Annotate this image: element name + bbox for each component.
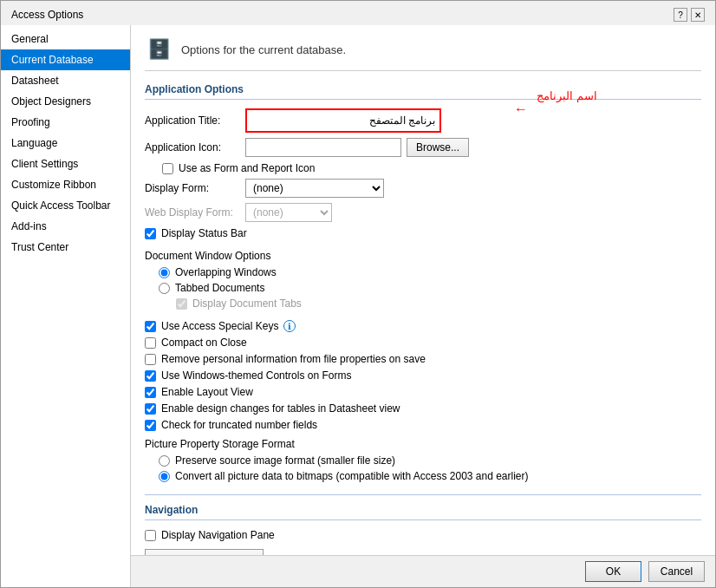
app-icon-row: Application Icon: Browse... <box>145 138 701 157</box>
help-button[interactable]: ? <box>674 8 687 22</box>
access-options-dialog: Access Options ? ✕ General Current Datab… <box>0 0 716 588</box>
use-access-special-keys-label: Use Access Special Keys <box>161 320 278 332</box>
use-access-special-keys-row: Use Access Special Keys ℹ <box>145 320 701 332</box>
web-display-form-label: Web Display Form: <box>145 206 240 219</box>
app-icon-label: Application Icon: <box>145 141 240 154</box>
compact-on-close-checkbox[interactable] <box>145 337 156 349</box>
display-status-bar-row: Display Status Bar <box>145 227 701 239</box>
sidebar-item-customize-ribbon[interactable]: Customize Ribbon <box>1 174 130 195</box>
app-title-row: اسم البرنامج ← Application Title: <box>145 108 701 133</box>
preserve-image-row: Preserve source image format (smaller fi… <box>159 454 701 467</box>
overlapping-windows-radio[interactable] <box>159 267 170 278</box>
overlapping-windows-label: Overlapping Windows <box>175 266 277 278</box>
use-as-form-icon-label: Use as Form and Report Icon <box>179 162 315 174</box>
preserve-image-radio[interactable] <box>159 455 170 467</box>
display-form-label: Display Form: <box>145 182 240 194</box>
document-window-options-label: Document Window Options <box>145 250 701 262</box>
display-document-tabs-checkbox[interactable] <box>176 298 187 310</box>
use-as-form-icon-row: Use as Form and Report Icon <box>162 162 701 174</box>
bottom-bar: OK Cancel <box>131 555 715 587</box>
enable-layout-view-checkbox[interactable] <box>145 387 156 398</box>
preserve-image-label: Preserve source image format (smaller fi… <box>175 454 395 467</box>
annotation-arrow: ← <box>514 101 528 117</box>
sidebar: General Current Database Datasheet Objec… <box>1 25 131 587</box>
ok-button[interactable]: OK <box>585 561 641 582</box>
check-truncated-label: Check for truncated number fields <box>161 419 317 431</box>
enable-design-changes-row: Enable design changes for tables in Data… <box>145 402 701 415</box>
dialog-title: Access Options <box>11 9 83 21</box>
convert-bitmaps-radio[interactable] <box>159 471 170 482</box>
sidebar-item-language[interactable]: Language <box>1 133 130 154</box>
check-truncated-checkbox[interactable] <box>145 420 156 431</box>
enable-design-changes-label: Enable design changes for tables in Data… <box>161 402 400 415</box>
display-status-bar-label: Display Status Bar <box>161 227 247 239</box>
database-icon: 🗄️ <box>145 36 172 63</box>
sidebar-item-client-settings[interactable]: Client Settings <box>1 154 130 174</box>
document-window-options-section: Document Window Options Overlapping Wind… <box>145 250 701 310</box>
convert-bitmaps-row: Convert all picture data to bitmaps (com… <box>159 470 701 482</box>
application-options-title: Application Options <box>145 83 701 100</box>
remove-personal-info-label: Remove personal information from file pr… <box>161 353 426 365</box>
picture-property-section: Picture Property Storage Format Preserve… <box>145 438 701 482</box>
display-document-tabs-row: Display Document Tabs <box>176 297 701 310</box>
picture-property-label: Picture Property Storage Format <box>145 438 701 450</box>
navigation-options-button[interactable]: Navigation Options... <box>145 549 264 555</box>
application-options-section: Application Options اسم البرنامج ← Appli… <box>145 83 701 239</box>
app-title-input[interactable] <box>248 111 439 130</box>
navigation-section-title: Navigation <box>145 504 701 520</box>
display-nav-pane-row: Display Navigation Pane <box>145 529 701 541</box>
sidebar-item-datasheet[interactable]: Datasheet <box>1 70 130 91</box>
browse-button[interactable]: Browse... <box>407 138 469 157</box>
check-truncated-row: Check for truncated number fields <box>145 419 701 431</box>
display-form-select[interactable]: (none) <box>245 179 384 198</box>
cancel-button[interactable]: Cancel <box>648 561 705 582</box>
use-access-special-keys-checkbox[interactable] <box>145 321 156 332</box>
enable-design-changes-checkbox[interactable] <box>145 403 156 415</box>
tabbed-documents-row: Tabbed Documents <box>159 282 701 294</box>
remove-personal-info-row: Remove personal information from file pr… <box>145 353 701 365</box>
sidebar-item-quick-access-toolbar[interactable]: Quick Access Toolbar <box>1 195 130 216</box>
dialog-content: General Current Database Datasheet Objec… <box>1 25 715 587</box>
compact-on-close-row: Compact on Close <box>145 336 701 349</box>
sidebar-item-general[interactable]: General <box>1 29 130 49</box>
web-display-form-select[interactable]: (none) <box>245 203 332 222</box>
tabbed-documents-radio[interactable] <box>159 283 170 294</box>
use-windows-themed-label: Use Windows-themed Controls on Forms <box>161 369 351 382</box>
enable-layout-view-row: Enable Layout View <box>145 386 701 398</box>
sidebar-item-object-designers[interactable]: Object Designers <box>1 91 130 112</box>
use-as-form-icon-checkbox[interactable] <box>162 163 173 174</box>
tabbed-documents-label: Tabbed Documents <box>175 282 264 294</box>
display-nav-pane-label: Display Navigation Pane <box>161 529 275 541</box>
page-header: 🗄️ Options for the current database. <box>145 36 701 71</box>
title-bar-buttons: ? ✕ <box>674 8 705 22</box>
main-content: 🗄️ Options for the current database. App… <box>131 25 715 555</box>
sidebar-item-trust-center[interactable]: Trust Center <box>1 237 130 258</box>
display-form-row: Display Form: (none) <box>145 179 701 198</box>
display-nav-pane-checkbox[interactable] <box>145 530 156 541</box>
remove-personal-info-checkbox[interactable] <box>145 354 156 365</box>
sidebar-item-current-database[interactable]: Current Database <box>1 49 130 70</box>
use-windows-themed-checkbox[interactable] <box>145 370 156 382</box>
close-button[interactable]: ✕ <box>691 8 705 22</box>
convert-bitmaps-label: Convert all picture data to bitmaps (com… <box>175 470 529 482</box>
app-title-box <box>245 108 441 133</box>
info-icon[interactable]: ℹ <box>283 320 296 332</box>
web-display-form-row: Web Display Form: (none) <box>145 203 701 222</box>
options-checkboxes: Use Access Special Keys ℹ Compact on Clo… <box>145 320 701 431</box>
sidebar-item-add-ins[interactable]: Add-ins <box>1 216 130 237</box>
use-windows-themed-row: Use Windows-themed Controls on Forms <box>145 369 701 382</box>
page-header-text: Options for the current database. <box>181 43 346 56</box>
app-title-label: Application Title: <box>145 114 240 127</box>
compact-on-close-label: Compact on Close <box>161 336 247 349</box>
navigation-section: Navigation Display Navigation Pane Navig… <box>145 494 701 555</box>
app-title-input-row: Application Title: <box>145 108 701 133</box>
overlapping-windows-row: Overlapping Windows <box>159 266 701 278</box>
display-status-bar-checkbox[interactable] <box>145 228 156 239</box>
main-panel: 🗄️ Options for the current database. App… <box>131 25 715 587</box>
display-document-tabs-label: Display Document Tabs <box>192 297 302 310</box>
app-icon-input[interactable] <box>245 138 401 157</box>
title-bar: Access Options ? ✕ <box>1 1 715 25</box>
sidebar-item-proofing[interactable]: Proofing <box>1 112 130 133</box>
enable-layout-view-label: Enable Layout View <box>161 386 253 398</box>
arabic-annotation: اسم البرنامج <box>537 89 597 102</box>
